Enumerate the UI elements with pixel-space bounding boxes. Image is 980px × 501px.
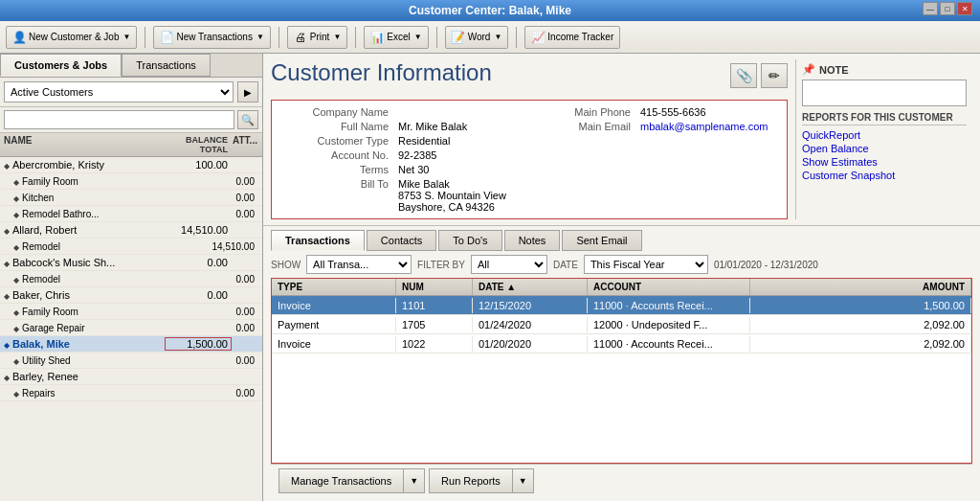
list-item[interactable]: ◆Kitchen 0.00: [0, 190, 262, 206]
col-header-amount: AMOUNT: [750, 279, 971, 295]
dropdown-arrow-icon: ▼: [414, 33, 422, 41]
income-tracker-button[interactable]: 📈 Income Tracker: [524, 26, 620, 49]
customer-snapshot-link[interactable]: Customer Snapshot: [802, 170, 967, 181]
list-item[interactable]: ◆Family Room 0.00: [0, 173, 262, 190]
cell-date: 01/20/2020: [473, 336, 588, 352]
list-item[interactable]: ◆Remodel 0.00: [0, 271, 262, 287]
run-reports-button[interactable]: Run Reports: [429, 468, 513, 493]
table-row[interactable]: Payment 1705 01/24/2020 12000 · Undeposi…: [272, 315, 971, 334]
terms-value: Net 30: [398, 164, 537, 175]
excel-button[interactable]: 📊 Excel ▼: [364, 26, 428, 49]
separator: [278, 27, 279, 48]
customer-info-title: Customer Information: [271, 59, 492, 86]
pin-icon: 📌: [802, 63, 815, 76]
account-no-label: Account No.: [279, 149, 394, 161]
list-item[interactable]: ◆Abercrombie, Kristy 100.00: [0, 157, 262, 173]
list-item[interactable]: ◆Repairs 0.00: [0, 385, 262, 401]
filter-by-select[interactable]: All: [471, 255, 547, 274]
customer-info-main: Customer Information 📎 ✏ Company Name Ma…: [271, 59, 788, 219]
quickreport-link[interactable]: QuickReport: [802, 129, 967, 141]
date-range: 01/01/2020 - 12/31/2020: [714, 260, 818, 270]
run-reports-group: Run Reports ▼: [429, 468, 534, 493]
edit-button[interactable]: ✏: [761, 63, 788, 88]
window-controls: — □ ✕: [923, 2, 972, 15]
income-tracker-icon: 📈: [531, 31, 545, 44]
list-item[interactable]: ◆Utility Shed 0.00: [0, 353, 262, 369]
tab-sent-email[interactable]: Sent Email: [562, 230, 641, 251]
list-item[interactable]: ◆Allard, Robert 14,510.00: [0, 222, 262, 239]
search-button[interactable]: 🔍: [237, 110, 258, 129]
bill-to-value: Mike Balak 8753 S. Mountain View Bayshor…: [398, 178, 537, 213]
search-input[interactable]: [4, 110, 234, 129]
separator: [145, 27, 145, 48]
tab-customers-jobs[interactable]: Customers & Jobs: [0, 54, 122, 77]
list-item[interactable]: ◆Babcock's Music Sh... 0.00: [0, 255, 262, 271]
transaction-filter-row: SHOW All Transa... FILTER BY All DATE Th…: [271, 255, 972, 274]
minimize-button[interactable]: —: [923, 2, 938, 15]
table-row[interactable]: Invoice 1022 01/20/2020 11000 · Accounts…: [272, 334, 971, 353]
col-header-type: TYPE: [272, 279, 396, 295]
list-item[interactable]: ◆Remodel 14,510.00: [0, 239, 262, 255]
run-reports-dropdown-button[interactable]: ▼: [513, 468, 534, 493]
show-select[interactable]: All Transa...: [306, 255, 412, 274]
manage-transactions-button[interactable]: Manage Transactions: [278, 468, 404, 493]
tab-notes[interactable]: Notes: [504, 230, 561, 251]
show-label: SHOW: [271, 260, 301, 270]
list-item[interactable]: ◆Remodel Bathro... 0.00: [0, 206, 262, 222]
new-transactions-button[interactable]: 📄 New Transactions ▼: [153, 26, 270, 49]
date-select[interactable]: This Fiscal Year: [584, 255, 708, 274]
tab-transactions[interactable]: Transactions: [271, 230, 365, 251]
tab-todos[interactable]: To Do's: [438, 230, 501, 251]
cell-amount: 1,500.00: [750, 298, 971, 313]
table-row[interactable]: Invoice 1101 12/15/2020 11000 · Accounts…: [272, 296, 971, 315]
customer-list: ◆Abercrombie, Kristy 100.00 ◆Family Room…: [0, 157, 262, 501]
open-balance-link[interactable]: Open Balance: [802, 143, 967, 154]
list-item[interactable]: ◆Baker, Chris 0.00: [0, 287, 262, 304]
cell-amount: 2,092.00: [750, 317, 971, 332]
list-item[interactable]: ◆Barley, Renee: [0, 369, 262, 385]
company-name-value: [398, 106, 537, 118]
table-header: TYPE NUM DATE ▲ ACCOUNT AMOUNT: [272, 279, 971, 296]
note-header: 📌 NOTE: [802, 63, 967, 76]
maximize-button[interactable]: □: [940, 2, 955, 15]
note-input[interactable]: [802, 80, 967, 106]
right-panel: Customer Information 📎 ✏ Company Name Ma…: [263, 54, 980, 501]
col-header-account: ACCOUNT: [588, 279, 750, 295]
cell-account: 11000 · Accounts Recei...: [588, 298, 750, 313]
cell-num: 1022: [396, 336, 473, 352]
cell-date: 01/24/2020: [473, 317, 588, 332]
cell-num: 1101: [396, 298, 473, 313]
filter-expand-button[interactable]: ▶: [237, 81, 258, 102]
tab-transactions[interactable]: Transactions: [122, 54, 211, 77]
filter-by-label: FILTER BY: [417, 260, 465, 270]
print-icon: 🖨: [294, 31, 307, 44]
customer-info-area: Customer Information 📎 ✏ Company Name Ma…: [263, 54, 980, 226]
show-estimates-link[interactable]: Show Estimates: [802, 156, 967, 168]
terms-label: Terms: [279, 164, 394, 175]
left-panel: Customers & Jobs Transactions Active Cus…: [0, 54, 263, 501]
main-email-value: mbalak@samplename.com: [640, 121, 779, 132]
customer-filter-row: Active Customers ▶: [0, 78, 262, 107]
list-item[interactable]: ◆Family Room 0.00: [0, 304, 262, 320]
print-button[interactable]: 🖨 Print ▼: [287, 26, 347, 49]
new-customer-job-button[interactable]: 👤 New Customer & Job ▼: [6, 26, 137, 49]
dropdown-arrow-icon: ▼: [494, 33, 501, 41]
cell-num: 1705: [396, 317, 473, 332]
cell-account: 12000 · Undeposited F...: [588, 317, 750, 332]
col-header-num: NUM: [396, 279, 473, 295]
main-layout: Customers & Jobs Transactions Active Cus…: [0, 54, 980, 501]
list-item[interactable]: ◆Garage Repair 0.00: [0, 320, 262, 336]
active-customers-select[interactable]: Active Customers: [4, 81, 234, 102]
full-name-label: Full Name: [279, 121, 394, 132]
transactions-icon: 📄: [160, 31, 173, 44]
customer-type-value: Residential: [398, 135, 537, 147]
toolbar: 👤 New Customer & Job ▼ 📄 New Transaction…: [0, 21, 980, 54]
list-item-balak-mike[interactable]: ◆Balak, Mike 1,500.00: [0, 336, 262, 353]
close-button[interactable]: ✕: [957, 2, 972, 15]
manage-transactions-dropdown-button[interactable]: ▼: [404, 468, 425, 493]
company-name-label: Company Name: [279, 106, 394, 118]
attach-button[interactable]: 📎: [730, 63, 757, 88]
tab-contacts[interactable]: Contacts: [367, 230, 436, 251]
word-icon: 📝: [452, 31, 465, 44]
word-button[interactable]: 📝 Word ▼: [445, 26, 509, 49]
